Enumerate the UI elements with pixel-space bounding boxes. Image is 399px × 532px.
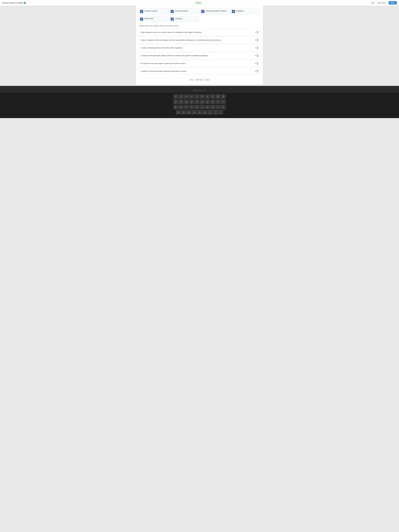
key-6[interactable]: ^ 6 bbox=[189, 100, 194, 104]
key-d[interactable]: D bbox=[176, 110, 181, 115]
page-current: 3 bbox=[196, 79, 197, 81]
stepper-up-6[interactable]: ▲ bbox=[257, 70, 259, 71]
key-lbracket[interactable]: { bbox=[215, 105, 220, 110]
key-f7[interactable]: ⏮ F7 bbox=[200, 94, 204, 99]
question-text-2: A type of organism that has complex nutr… bbox=[140, 39, 251, 41]
dropdown-arrow-3: ▼ bbox=[255, 47, 256, 49]
help-button[interactable]: Help bbox=[371, 2, 374, 4]
key-p[interactable]: P bbox=[210, 105, 215, 110]
question-select-2[interactable]: 1 2 3 4 5 6 bbox=[252, 39, 254, 41]
question-text-5: An organism that uses organic carbon as … bbox=[140, 62, 251, 64]
stepper-up-5[interactable]: ▲ bbox=[257, 62, 259, 63]
app-header: hemical Content of Media i Saved Help Sa… bbox=[0, 0, 399, 6]
question-row-3: A media containing extracts from other o… bbox=[139, 44, 260, 51]
question-select-5[interactable]: 1 2 3 4 5 6 bbox=[252, 62, 254, 64]
questions-list: Uses inorganic carbon as a carbon source… bbox=[139, 29, 260, 75]
macbook-label: MacBook Air bbox=[0, 89, 399, 93]
stepper-down-6[interactable]: ▼ bbox=[257, 71, 259, 73]
key-h[interactable]: H bbox=[192, 110, 196, 115]
key-5[interactable]: % 5 bbox=[184, 100, 189, 104]
key-t[interactable]: T bbox=[184, 105, 189, 110]
stepper-5: ▲ ▼ bbox=[257, 62, 259, 65]
question-text-3: A media containing extracts from other o… bbox=[140, 47, 251, 49]
stepper-up-4[interactable]: ▲ bbox=[257, 54, 259, 56]
info-icon[interactable]: i bbox=[24, 2, 26, 4]
key-f11[interactable]: 🔉 F11 bbox=[221, 94, 226, 99]
key-f9[interactable]: ⏭ F9 bbox=[210, 94, 215, 99]
key-semicolon[interactable]: : bbox=[213, 110, 218, 115]
key-4[interactable]: $ 4 bbox=[179, 100, 184, 104]
question-select-1[interactable]: 1 2 3 4 5 6 bbox=[252, 31, 254, 33]
stepper-down-5[interactable]: ▼ bbox=[257, 63, 259, 65]
key-9[interactable]: ( 9 bbox=[205, 100, 210, 104]
check-button[interactable]: Che... bbox=[389, 1, 397, 5]
stepper-1: ▲ ▼ bbox=[257, 31, 259, 34]
header-center: Saved bbox=[195, 1, 203, 4]
key-f6[interactable]: F6 bbox=[195, 94, 199, 99]
key-quote[interactable]: ' bbox=[218, 110, 223, 115]
key-rbracket[interactable]: ] bbox=[221, 105, 226, 110]
header-right: Help Save & Exit Che... bbox=[371, 1, 397, 5]
key-f5[interactable]: F5 bbox=[189, 94, 194, 99]
question-row-1: Uses inorganic carbon as a carbon source… bbox=[139, 29, 260, 36]
key-g[interactable]: G bbox=[187, 110, 191, 115]
saved-badge: Saved bbox=[195, 1, 203, 4]
option-label-1: Complex medium bbox=[144, 10, 158, 12]
stepper-up-1[interactable]: ▲ bbox=[257, 31, 259, 32]
stepper-down-2[interactable]: ▼ bbox=[257, 40, 259, 41]
key-3[interactable]: # 3 bbox=[173, 100, 178, 104]
stepper-6: ▲ ▼ bbox=[257, 70, 259, 73]
next-button[interactable]: Next › bbox=[205, 79, 210, 81]
options-grid-row2: 5 Heterotroph 6 Autotroph bbox=[139, 16, 260, 22]
question-select-6[interactable]: 1 2 3 4 5 6 bbox=[252, 70, 254, 72]
stepper-up-3[interactable]: ▲ bbox=[257, 46, 259, 48]
stepper-down-1[interactable]: ▼ bbox=[257, 32, 259, 34]
header-left: hemical Content of Media i bbox=[2, 2, 26, 4]
key-r[interactable]: R bbox=[179, 105, 184, 110]
page-total: 5 bbox=[200, 79, 201, 81]
save-exit-button[interactable]: Save & Exit bbox=[376, 1, 387, 5]
key-u[interactable]: U bbox=[195, 105, 199, 110]
page-title: hemical Content of Media bbox=[2, 2, 23, 4]
key-f10[interactable]: 🔇 F10 bbox=[215, 94, 220, 99]
key-0[interactable]: ) 0 bbox=[210, 100, 215, 104]
stepper-down-3[interactable]: ▼ bbox=[257, 48, 259, 49]
key-k[interactable]: K bbox=[203, 110, 207, 115]
option-item-4: 4 Fastidious bbox=[231, 8, 260, 14]
grid-icon[interactable]: ⊞ bbox=[202, 79, 203, 81]
question-row-5: An organism that uses organic carbon as … bbox=[139, 60, 260, 67]
key-f2[interactable]: ☼ F2 bbox=[173, 94, 178, 99]
stepper-up-2[interactable]: ▲ bbox=[257, 39, 259, 40]
key-f8[interactable]: ⏯ F8 bbox=[205, 94, 210, 99]
key-f4[interactable]: ⊟ F4 bbox=[184, 94, 189, 99]
key-e[interactable]: E bbox=[173, 105, 178, 110]
key-7[interactable]: & 7 bbox=[195, 100, 199, 104]
key-i[interactable]: I bbox=[200, 105, 204, 110]
option-number-3: 3 bbox=[201, 10, 204, 13]
key-8[interactable]: * 8 bbox=[200, 100, 204, 104]
option-item-3: 3 Chemically defined medium bbox=[200, 8, 230, 14]
key-f3[interactable]: ⊞ F3 bbox=[179, 94, 184, 99]
key-minus[interactable]: — bbox=[215, 100, 220, 104]
empty-cell-2 bbox=[231, 16, 260, 22]
stepper-down-4[interactable]: ▼ bbox=[257, 56, 259, 57]
key-plus[interactable]: + bbox=[221, 100, 226, 104]
prev-button[interactable]: ‹ Prev bbox=[189, 79, 194, 81]
question-select-wrapper-6: 1 2 3 4 5 6 ▼ ▲ ▼ bbox=[252, 70, 259, 73]
prev-label: Prev bbox=[190, 79, 194, 81]
question-select-3[interactable]: 1 2 3 4 5 6 bbox=[252, 47, 254, 49]
option-label-5: Heterotroph bbox=[144, 18, 153, 20]
key-l[interactable]: L bbox=[208, 110, 212, 115]
key-f[interactable]: F bbox=[181, 110, 186, 115]
option-number-6: 6 bbox=[171, 18, 174, 21]
key-j[interactable]: J bbox=[197, 110, 202, 115]
key-y[interactable]: Y bbox=[189, 105, 194, 110]
prev-chevron-icon: ‹ bbox=[189, 79, 189, 81]
stepper-2: ▲ ▼ bbox=[257, 39, 259, 41]
key-o[interactable]: O bbox=[205, 105, 210, 110]
question-select-wrapper-4: 1 2 3 4 5 6 ▼ ▲ ▼ bbox=[252, 54, 259, 57]
question-select-4[interactable]: 1 2 3 4 5 6 bbox=[252, 55, 254, 57]
question-text-4: A medium with specifically added nutrien… bbox=[140, 55, 251, 57]
dropdown-arrow-2: ▼ bbox=[255, 39, 256, 41]
option-number-5: 5 bbox=[140, 18, 143, 21]
